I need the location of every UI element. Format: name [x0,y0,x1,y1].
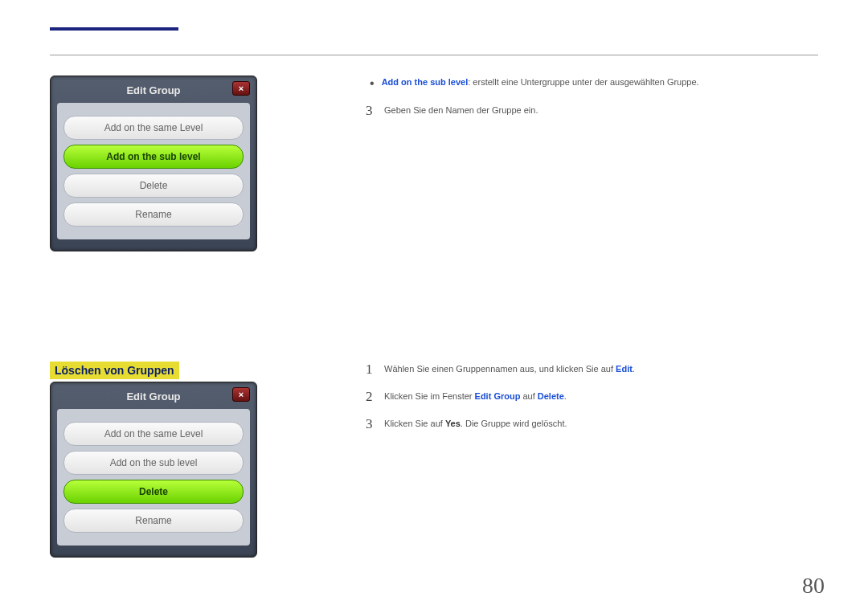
option-rename[interactable]: Rename [63,202,244,227]
section-heading-label: Löschen von Gruppen [50,362,179,379]
step-pre: Wählen Sie einen Gruppennamen aus, und k… [384,364,616,374]
bullet-label: Add on the sub level [382,77,469,87]
step-number: 3 [366,416,382,432]
option-delete[interactable]: Delete [63,174,244,198]
step-keyword-2: Delete [538,391,564,401]
step-bottom-2: 2 Klicken Sie im Fenster Edit Group auf … [366,389,818,405]
step-text: Geben Sie den Namen der Gruppe ein. [384,103,538,115]
option-add-sub-level[interactable]: Add on the sub level [63,145,244,169]
option-delete[interactable]: Delete [63,480,244,504]
step-keyword: Edit Group [475,391,521,401]
bullet-icon: • [370,76,375,90]
step-post: . [564,391,567,401]
dialog-title: Edit Group [57,389,250,409]
dialog-body: Add on the same Level Add on the sub lev… [57,409,250,546]
accent-bar [50,27,178,31]
step-number: 3 [366,103,382,119]
dialog-title: Edit Group [57,83,250,103]
bullet-text: : erstellt eine Untergruppe unter der au… [468,77,698,87]
heading-delete-groups: Löschen von Gruppen [50,362,179,379]
close-icon[interactable]: × [232,387,250,402]
header-rule [50,55,818,55]
option-rename[interactable]: Rename [63,509,244,533]
edit-group-dialog-2: Edit Group × Add on the same Level Add o… [50,382,257,558]
step-post: . Die Gruppe wird gelöscht. [461,419,567,428]
bullet-sub-level: • Add on the sub level: erstellt eine Un… [370,76,818,90]
step-number: 2 [366,389,382,405]
close-icon[interactable]: × [232,81,250,96]
step-text: Klicken Sie auf Yes. Die Gruppe wird gel… [384,416,567,428]
step-post: . [633,364,635,374]
edit-group-dialog-1: Edit Group × Add on the same Level Add o… [50,76,257,251]
option-add-same-level[interactable]: Add on the same Level [63,116,244,140]
step-pre: Klicken Sie auf [384,419,445,428]
step-bottom-1: 1 Wählen Sie einen Gruppennamen aus, und… [366,362,818,378]
step-number: 1 [366,362,382,378]
step-text: Wählen Sie einen Gruppennamen aus, und k… [384,362,635,374]
page-number: 80 [802,573,825,599]
step-text: Klicken Sie im Fenster Edit Group auf De… [384,389,567,401]
option-add-sub-level[interactable]: Add on the sub level [63,451,244,475]
step-top-3: 3 Geben Sie den Namen der Gruppe ein. [366,103,818,119]
option-add-same-level[interactable]: Add on the same Level [63,422,244,446]
step-bottom-3: 3 Klicken Sie auf Yes. Die Gruppe wird g… [366,416,818,432]
step-keyword: Edit [616,364,633,374]
step-keyword: Yes [445,419,461,428]
step-pre: Klicken Sie im Fenster [384,391,474,401]
step-mid: auf [520,391,537,401]
dialog-body: Add on the same Level Add on the sub lev… [57,103,250,239]
